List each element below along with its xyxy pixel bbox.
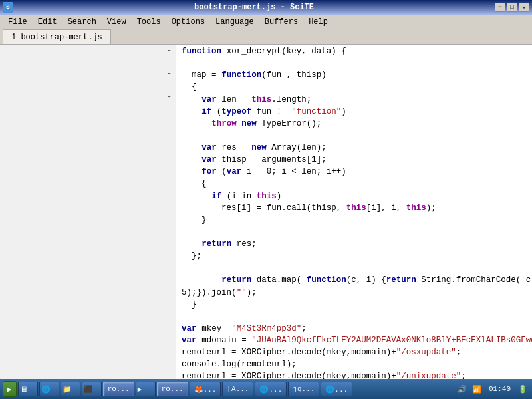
- fold-12[interactable]: -: [4, 92, 172, 103]
- taskbar-item-firefox[interactable]: 🦊...: [190, 382, 221, 396]
- taskbar-item-jq[interactable]: jq...: [288, 382, 319, 396]
- fold-4[interactable]: -: [4, 68, 172, 80]
- line-8: [138, 80, 143, 90]
- taskbar-item-globe2[interactable]: 🌐...: [321, 382, 352, 396]
- menu-edit[interactable]: Edit: [33, 16, 63, 28]
- titlebar: S bootstrap-mert.js - SciTE − □ ✕: [0, 0, 532, 15]
- taskbar-icon-files[interactable]: 📁: [61, 382, 80, 396]
- taskbar-item-ro1[interactable]: ro...: [103, 382, 134, 396]
- taskbar-item-a[interactable]: [A...: [222, 382, 253, 396]
- menu-language[interactable]: Language: [210, 16, 259, 28]
- taskbar-icon-terminal[interactable]: ⬛: [82, 382, 102, 396]
- line-30: [167, 104, 172, 113]
- line-10: [158, 80, 162, 90]
- app-icon: S: [3, 2, 13, 13]
- line-6: [119, 80, 124, 90]
- taskbar-icon-monitor[interactable]: 🖥: [18, 382, 38, 396]
- menu-options[interactable]: Options: [166, 16, 210, 28]
- tabbar: 1 bootstrap-mert.js: [0, 29, 532, 45]
- line-27: [138, 104, 143, 113]
- start-button[interactable]: ▶: [3, 381, 17, 397]
- menu-search[interactable]: Search: [63, 16, 102, 28]
- menu-buffers[interactable]: Buffers: [259, 16, 303, 28]
- line-25: [119, 104, 124, 113]
- line-7: [128, 80, 133, 90]
- taskbar-icon-browser[interactable]: 🌐: [39, 382, 59, 396]
- line-16: [33, 104, 37, 113]
- taskbar-item-globe1[interactable]: 🌐...: [255, 382, 287, 396]
- line-15: [23, 104, 28, 113]
- maximize-button[interactable]: □: [507, 3, 517, 12]
- menu-file[interactable]: File: [3, 16, 33, 28]
- tray-network[interactable]: 🔊: [456, 382, 469, 396]
- taskbar-clock: 01:40: [485, 385, 515, 393]
- line-23: [100, 104, 104, 113]
- fold-1[interactable]: -: [4, 45, 172, 57]
- menu-view[interactable]: View: [102, 16, 132, 28]
- menubar: File Edit Search View Tools Options Lang…: [0, 15, 532, 29]
- line-3: [167, 57, 172, 66]
- line-5: [109, 80, 114, 90]
- window-title: bootstrap-mert.js - SciTE: [13, 3, 495, 12]
- line-19: [61, 104, 66, 113]
- line-numbers: - - -: [0, 45, 176, 383]
- taskbar: ▶ 🖥 🌐 📁 ⬛ ro... ▶ ro... 🦊... [A... 🌐... …: [0, 379, 532, 399]
- line-24: [109, 104, 114, 113]
- tab-bootstrap-mert[interactable]: 1 bootstrap-mert.js: [3, 29, 111, 44]
- line-21: [80, 104, 85, 113]
- tray-battery[interactable]: 🔋: [516, 382, 529, 396]
- line-17: [43, 104, 47, 113]
- menu-tools[interactable]: Tools: [132, 16, 166, 28]
- code-area[interactable]: function xor_decrypt(key, data) { map = …: [176, 45, 532, 383]
- minimize-button[interactable]: −: [495, 3, 505, 12]
- menu-help[interactable]: Help: [303, 16, 333, 28]
- line-28: [148, 104, 152, 113]
- taskbar-item-ro2[interactable]: ro...: [157, 382, 188, 396]
- line-26: [128, 104, 133, 113]
- taskbar-item-arrow[interactable]: ▶: [136, 382, 156, 396]
- line-13: [4, 104, 9, 113]
- line-29: [158, 104, 162, 113]
- line-20: [71, 104, 76, 113]
- close-button[interactable]: ✕: [519, 3, 529, 12]
- tray-volume[interactable]: 📶: [470, 382, 483, 396]
- line-11: [167, 80, 172, 90]
- line-14: [13, 104, 18, 113]
- editor[interactable]: - - - function xor_de: [0, 45, 532, 383]
- line-18: [52, 104, 57, 113]
- line-2: [158, 57, 162, 66]
- line-22: [90, 104, 95, 113]
- line-9: [148, 80, 152, 90]
